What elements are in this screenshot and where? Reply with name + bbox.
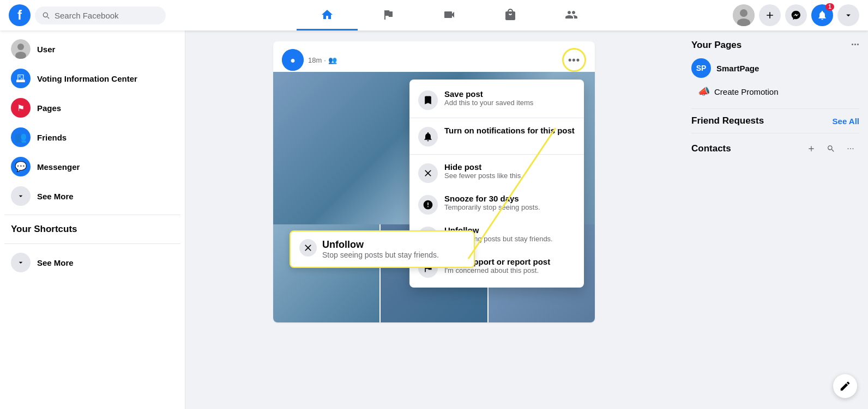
- sidebar-user-name: User: [37, 45, 55, 54]
- messenger-icon: 💬: [11, 157, 31, 176]
- post-author: ● 18m · 👥: [282, 49, 337, 71]
- smartpage-item[interactable]: SP SmartPage: [691, 55, 859, 81]
- nav-groups[interactable]: [541, 0, 602, 30]
- edit-float-button[interactable]: [833, 374, 857, 398]
- sidebar-user-avatar: [11, 39, 31, 59]
- post-avatar: ●: [282, 49, 304, 71]
- left-sidebar: User 🗳 Voting Information Center ⚑ Pages…: [0, 30, 185, 409]
- dropdown-item-save[interactable]: Save post Add this to your saved items: [409, 84, 584, 115]
- tooltip-text: Unfollow Stop seeing posts but stay frie…: [322, 239, 439, 259]
- dropdown-divider-2: [409, 154, 584, 155]
- hide-icon: [418, 163, 438, 183]
- search-placeholder: Search Facebook: [55, 11, 119, 20]
- shortcuts-section: Your Shortcuts: [4, 219, 180, 239]
- smartpage-initials: SP: [696, 64, 707, 72]
- chevron-down-icon: [11, 186, 31, 206]
- topnav: f Search Facebook: [0, 0, 868, 30]
- smartpage-name: SmartPage: [716, 64, 759, 73]
- post-card: ● 18m · 👥 •••: [273, 41, 595, 322]
- sidebar-divider: [4, 215, 180, 215]
- post-header: ● 18m · 👥 •••: [273, 41, 595, 72]
- messenger-button[interactable]: [785, 4, 807, 26]
- dropdown-item-snooze[interactable]: Snooze for 30 days Temporarily stop seei…: [409, 188, 584, 220]
- sidebar-item-messenger[interactable]: 💬 Messenger: [4, 152, 180, 181]
- add-contact-button[interactable]: [803, 140, 820, 157]
- notifications-button[interactable]: 1: [811, 4, 833, 26]
- search-box[interactable]: Search Facebook: [35, 7, 166, 25]
- friends-icon: 👥: [11, 127, 31, 147]
- account-menu-button[interactable]: [837, 4, 859, 26]
- sidebar-messenger-label: Messenger: [37, 162, 80, 172]
- svg-point-4: [17, 44, 24, 50]
- contacts-header: Contacts ···: [691, 140, 859, 157]
- your-pages-section-title: Your Pages ···: [691, 39, 859, 51]
- save-icon: [418, 90, 438, 110]
- svg-text:💬: 💬: [15, 161, 27, 173]
- tooltip-icon: [299, 239, 317, 257]
- unfollow-tooltip: Unfollow Stop seeing posts but stay frie…: [290, 230, 475, 268]
- sidebar-pages-label: Pages: [37, 103, 61, 113]
- post-audience-dot: ·: [324, 56, 326, 64]
- sidebar-item-friends[interactable]: 👥 Friends: [4, 123, 180, 151]
- your-pages-label: Your Pages: [691, 40, 742, 51]
- right-divider-1: [691, 108, 859, 109]
- see-more-bottom-label: See More: [37, 258, 74, 267]
- snooze-subtitle: Temporarily stop seeing posts.: [444, 203, 540, 211]
- sidebar-item-pages[interactable]: ⚑ Pages: [4, 94, 180, 122]
- dropdown-hide-text: Hide post See fewer posts like this.: [444, 162, 523, 180]
- pages-more-button[interactable]: ···: [851, 39, 859, 51]
- sidebar-item-user[interactable]: User: [4, 35, 180, 63]
- hide-post-label: Hide post: [444, 162, 523, 172]
- dropdown-item-notifications[interactable]: Turn on notifications for this post: [409, 120, 584, 152]
- nav-flag[interactable]: [358, 0, 419, 30]
- sidebar-see-more-top[interactable]: See More: [4, 182, 180, 210]
- nav-store[interactable]: [480, 0, 541, 30]
- tooltip-title: Unfollow: [322, 239, 439, 251]
- topnav-right: 1: [733, 4, 859, 26]
- right-divider-2: [691, 133, 859, 133]
- dropdown-save-text: Save post Add this to your saved items: [444, 89, 533, 107]
- friend-requests-label: Friend Requests: [691, 115, 764, 126]
- sidebar-voting-label: Voting Information Center: [37, 74, 137, 83]
- save-post-label: Save post: [444, 89, 533, 99]
- svg-text:●: ●: [290, 56, 296, 65]
- sidebar-see-more-bottom[interactable]: See More: [4, 248, 180, 277]
- dropdown-snooze-text: Snooze for 30 days Temporarily stop seei…: [444, 194, 540, 211]
- create-promotion-btn[interactable]: 📣 Create Promotion: [691, 81, 859, 102]
- facebook-logo[interactable]: f: [9, 4, 31, 26]
- feed-inner: ● 18m · 👥 •••: [273, 41, 595, 398]
- sidebar-divider-2: [4, 243, 180, 244]
- create-promotion-label: Create Promotion: [714, 87, 779, 96]
- svg-text:🗳: 🗳: [16, 73, 26, 84]
- sidebar-friends-label: Friends: [37, 133, 67, 142]
- hide-post-subtitle: See fewer posts like this.: [444, 172, 523, 180]
- sidebar-item-voting[interactable]: 🗳 Voting Information Center: [4, 64, 180, 93]
- main-layout: User 🗳 Voting Information Center ⚑ Pages…: [0, 0, 868, 409]
- right-sidebar: Your Pages ··· SP SmartPage 📣 Create Pro…: [683, 30, 868, 409]
- contacts-icons: ···: [803, 140, 859, 157]
- megaphone-icon: 📣: [698, 86, 710, 97]
- notifications-label: Turn on notifications for this post: [444, 126, 575, 135]
- search-icon: [41, 11, 50, 20]
- smartpage-avatar: SP: [691, 58, 711, 78]
- create-button[interactable]: [759, 4, 781, 26]
- more-dots: •••: [568, 54, 580, 66]
- svg-text:⚑: ⚑: [17, 103, 25, 113]
- notification-icon: [418, 127, 438, 146]
- snooze-label: Snooze for 30 days: [444, 194, 540, 203]
- see-all-friend-requests[interactable]: See All: [833, 117, 859, 126]
- post-time: 18m: [308, 56, 322, 64]
- search-contacts-button[interactable]: [822, 140, 840, 157]
- svg-point-1: [740, 9, 748, 17]
- user-avatar[interactable]: [733, 4, 755, 26]
- tooltip-subtitle: Stop seeing posts but stay friends.: [322, 251, 439, 259]
- pages-icon: ⚑: [11, 98, 31, 118]
- svg-text:👥: 👥: [15, 131, 27, 143]
- chevron-down-icon-2: [11, 253, 31, 272]
- more-contacts-button[interactable]: ···: [842, 140, 859, 157]
- post-more-button[interactable]: •••: [562, 48, 586, 72]
- nav-home[interactable]: [297, 0, 358, 30]
- snooze-icon: [418, 195, 438, 215]
- dropdown-item-hide[interactable]: Hide post See fewer posts like this.: [409, 157, 584, 188]
- nav-video[interactable]: [419, 0, 480, 30]
